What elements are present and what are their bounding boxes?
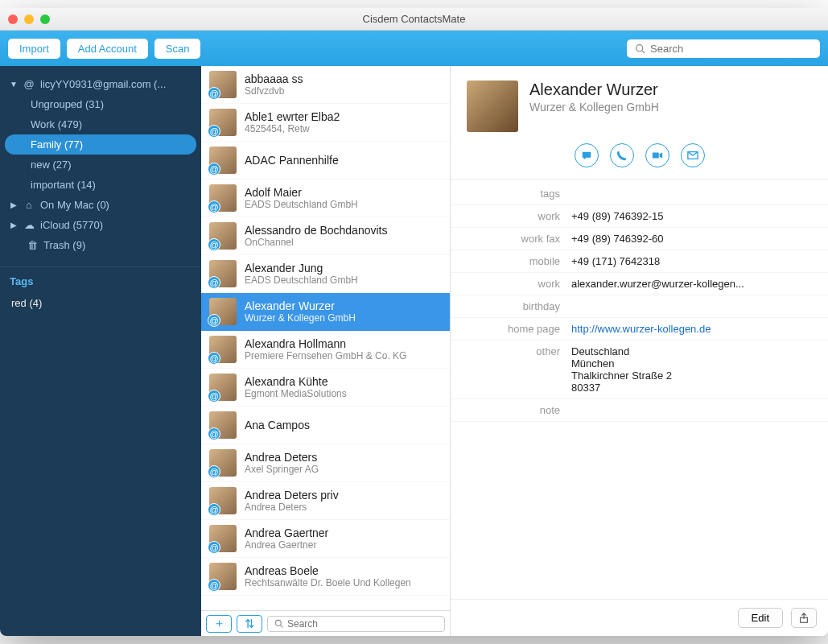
list-toolbar: ＋ ⇅ bbox=[201, 610, 450, 636]
at-badge-icon: @ bbox=[208, 465, 220, 478]
contact-item[interactable]: @Alexandra KühteEgmont MediaSolutions bbox=[201, 369, 450, 407]
avatar: @ bbox=[209, 71, 237, 98]
call-button[interactable] bbox=[610, 143, 634, 167]
field-row: workalexander.wurzer@wurzer-kollegen... bbox=[451, 273, 828, 295]
contact-sub: OnChannel bbox=[245, 237, 387, 248]
contact-item[interactable]: @Able1 ewrter Elba24525454, Retw bbox=[201, 104, 450, 142]
chevron-right-icon: ▶ bbox=[10, 200, 18, 209]
avatar: @ bbox=[209, 184, 237, 212]
avatar: @ bbox=[209, 563, 237, 590]
contact-text: Alexander JungEADS Deutschland GmbH bbox=[245, 262, 358, 286]
contact-item[interactable]: @Alexander JungEADS Deutschland GmbH bbox=[201, 255, 450, 293]
message-button[interactable] bbox=[575, 143, 599, 167]
search-box[interactable] bbox=[627, 39, 820, 58]
at-badge-icon: @ bbox=[208, 579, 220, 592]
contact-list-scroll[interactable]: @abbaaaa ssSdfvzdvb@Able1 ewrter Elba245… bbox=[201, 66, 450, 610]
contact-sub: Andrea Gaertner bbox=[245, 539, 328, 551]
share-button[interactable] bbox=[791, 608, 817, 628]
avatar: @ bbox=[209, 260, 237, 287]
field-row: tags bbox=[451, 183, 828, 205]
avatar: @ bbox=[209, 222, 237, 250]
at-badge-icon: @ bbox=[208, 125, 220, 138]
tags-header: Tags bbox=[0, 266, 201, 292]
field-value[interactable]: http://www.wurzer-kollegen.de bbox=[571, 323, 812, 335]
sidebar-item-label: important (14) bbox=[31, 179, 96, 191]
sidebar-account-onmymac[interactable]: ▶ ⌂ On My Mac (0) bbox=[5, 195, 196, 215]
sidebar-group-new[interactable]: new (27) bbox=[5, 155, 196, 175]
contact-item[interactable]: @Alexandra HollmannPremiere Fernsehen Gm… bbox=[201, 331, 450, 369]
edit-button[interactable]: Edit bbox=[738, 608, 783, 628]
search-input[interactable] bbox=[650, 43, 812, 55]
at-badge-icon: @ bbox=[208, 276, 220, 289]
at-badge-icon: @ bbox=[208, 200, 220, 213]
contact-name: Alexandra Kühte bbox=[245, 375, 347, 388]
field-value: alexander.wurzer@wurzer-kollegen... bbox=[571, 278, 812, 290]
window-title: Cisdem ContactsMate bbox=[0, 13, 828, 25]
contact-name: ADAC Pannenhilfe bbox=[245, 154, 339, 167]
contact-item[interactable]: @Alessandro de BochdanovitsOnChannel bbox=[201, 217, 450, 255]
cloud-icon: ☁ bbox=[23, 219, 35, 231]
scan-button[interactable]: Scan bbox=[154, 39, 201, 59]
home-icon: ⌂ bbox=[23, 199, 35, 211]
field-label: birthday bbox=[467, 300, 571, 312]
chevron-down-icon: ▼ bbox=[10, 80, 18, 89]
contact-item[interactable]: @Alexander WurzerWurzer & Kollegen GmbH bbox=[201, 293, 450, 331]
field-label: work bbox=[467, 278, 571, 290]
add-contact-button[interactable]: ＋ bbox=[206, 615, 232, 633]
avatar: @ bbox=[209, 336, 237, 363]
contact-name: Alexander Jung bbox=[245, 262, 358, 275]
contact-item[interactable]: @Andrea GaertnerAndrea Gaertner bbox=[201, 520, 450, 558]
sidebar-item-label: On My Mac (0) bbox=[40, 199, 109, 211]
mail-icon bbox=[687, 150, 698, 161]
contact-text: ADAC Pannenhilfe bbox=[245, 154, 339, 167]
sidebar-trash[interactable]: 🗑 Trash (9) bbox=[5, 235, 196, 255]
avatar: @ bbox=[209, 109, 237, 136]
contact-item[interactable]: @abbaaaa ssSdfvzdvb bbox=[201, 66, 450, 104]
contact-sub: Sdfvzdvb bbox=[245, 85, 303, 97]
contact-text: Able1 ewrter Elba24525454, Retw bbox=[245, 110, 340, 134]
sort-button[interactable]: ⇅ bbox=[237, 615, 262, 633]
at-badge-icon: @ bbox=[208, 87, 220, 100]
contact-item[interactable]: @Andreas BoeleRechtsanwälte Dr. Boele Un… bbox=[201, 558, 450, 596]
sidebar-group-work[interactable]: Work (479) bbox=[5, 114, 196, 134]
contact-text: Andrea DetersAxel Springer AG bbox=[245, 451, 319, 475]
field-row: work+49 (89) 746392-15 bbox=[451, 205, 828, 228]
contact-text: Alexander WurzerWurzer & Kollegen GmbH bbox=[245, 299, 356, 324]
sidebar-group-family[interactable]: Family (77) bbox=[5, 134, 196, 155]
sidebar-item-label: iCloud (5770) bbox=[40, 219, 103, 231]
contact-fields: tagswork+49 (89) 746392-15work fax+49 (8… bbox=[451, 180, 828, 425]
contact-item[interactable]: @Andrea DetersAxel Springer AG bbox=[201, 444, 450, 482]
contact-avatar bbox=[467, 80, 518, 132]
contact-name: Alexander Wurzer bbox=[245, 299, 356, 312]
svg-point-2 bbox=[275, 620, 281, 625]
list-search-input[interactable] bbox=[287, 618, 438, 630]
tag-red[interactable]: red (4) bbox=[0, 292, 201, 314]
field-row: mobile+49 (171) 7642318 bbox=[451, 250, 828, 273]
contact-item[interactable]: @Adolf MaierEADS Deutschland GmbH bbox=[201, 180, 450, 217]
at-badge-icon: @ bbox=[208, 503, 220, 516]
add-account-button[interactable]: Add Account bbox=[67, 39, 148, 59]
contact-sub: Egmont MediaSolutions bbox=[245, 388, 347, 399]
sidebar: ▼ @ licyYY0931@gmail.com (... Ungrouped … bbox=[0, 66, 201, 636]
plus-icon: ＋ bbox=[213, 616, 225, 631]
sidebar-account-gmail[interactable]: ▼ @ licyYY0931@gmail.com (... bbox=[5, 74, 196, 94]
sidebar-item-label: licyYY0931@gmail.com (... bbox=[40, 78, 166, 90]
svg-line-3 bbox=[281, 625, 283, 628]
field-label: mobile bbox=[467, 255, 571, 267]
avatar: @ bbox=[209, 298, 237, 325]
list-search-box[interactable] bbox=[267, 616, 445, 632]
email-button[interactable] bbox=[681, 143, 705, 167]
contact-item[interactable]: @Andrea Deters privAndrea Deters bbox=[201, 482, 450, 520]
sidebar-group-ungrouped[interactable]: Ungrouped (31) bbox=[5, 94, 196, 114]
sidebar-account-icloud[interactable]: ▶ ☁ iCloud (5770) bbox=[5, 215, 196, 235]
contact-name: Alessandro de Bochdanovits bbox=[245, 224, 387, 237]
video-icon bbox=[652, 150, 663, 161]
import-button[interactable]: Import bbox=[8, 39, 60, 59]
at-badge-icon: @ bbox=[208, 427, 220, 440]
contact-name: Alexandra Hollmann bbox=[245, 337, 406, 350]
contact-item[interactable]: @ADAC Pannenhilfe bbox=[201, 142, 450, 180]
sidebar-group-important[interactable]: important (14) bbox=[5, 175, 196, 195]
contact-item[interactable]: @Ana Campos bbox=[201, 407, 450, 444]
video-button[interactable] bbox=[645, 143, 669, 167]
field-label: tags bbox=[467, 188, 571, 200]
